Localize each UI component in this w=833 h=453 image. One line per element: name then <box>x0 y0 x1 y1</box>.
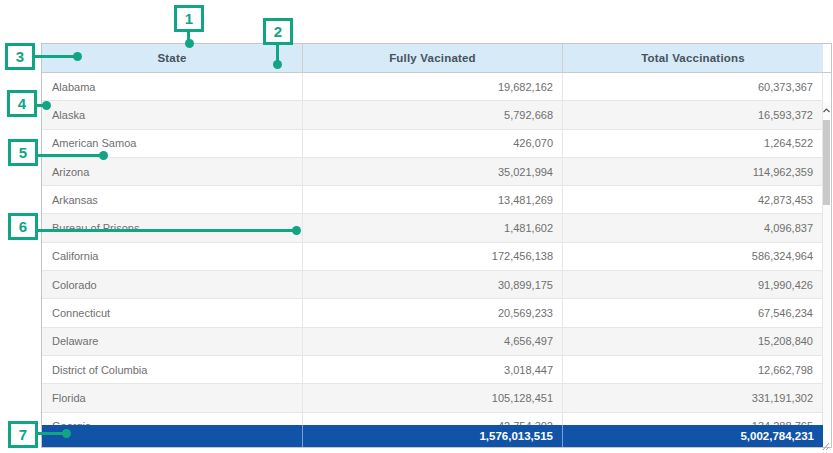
state-cell: Florida <box>42 384 303 411</box>
fully-vacinated-cell: 1,481,602 <box>303 214 563 241</box>
total-vaccinations-cell: 586,324,964 <box>563 243 823 270</box>
table-row[interactable]: Arizona 35,021,994 114,962,359 <box>42 158 823 186</box>
totals-total-vaccinations: 5,002,784,231 <box>563 425 823 447</box>
state-cell: American Samoa <box>42 130 303 157</box>
fully-vacinated-cell: 42,754,302 <box>303 413 563 425</box>
table-row[interactable]: California 172,456,138 586,324,964 <box>42 243 823 271</box>
table-row[interactable]: Alabama 19,682,162 60,373,367 <box>42 73 823 101</box>
callout-number: 4 <box>18 95 26 112</box>
table-row[interactable]: Georgia 42,754,302 134,288,765 <box>42 413 823 425</box>
total-vaccinations-cell: 42,873,453 <box>563 186 823 213</box>
callout-number: 6 <box>19 218 27 235</box>
total-vaccinations-cell: 67,546,234 <box>563 299 823 326</box>
fully-vacinated-cell: 20,569,233 <box>303 299 563 326</box>
total-vaccinations-cell: 91,990,426 <box>563 271 823 298</box>
total-vaccinations-cell: 134,288,765 <box>563 413 823 425</box>
total-vaccinations-cell: 16,593,372 <box>563 101 823 128</box>
fully-vacinated-cell: 105,128,451 <box>303 384 563 411</box>
table-row[interactable]: Arkansas 13,481,269 42,873,453 <box>42 186 823 214</box>
callout-number: 1 <box>185 10 193 27</box>
column-header-state[interactable]: State <box>42 44 303 72</box>
state-cell: Connecticut <box>42 299 303 326</box>
callout-number: 5 <box>19 144 27 161</box>
resize-grip-icon[interactable] <box>822 437 830 446</box>
callout-1-line <box>187 31 190 41</box>
table-row[interactable]: Colorado 30,899,175 91,990,426 <box>42 271 823 299</box>
state-cell: Bureau of Prisons <box>42 214 303 241</box>
table-row[interactable]: Connecticut 20,569,233 67,546,234 <box>42 299 823 327</box>
table-row[interactable]: Bureau of Prisons 1,481,602 4,096,837 <box>42 214 823 242</box>
state-cell: District of Columbia <box>42 356 303 383</box>
callout-4: 4 <box>7 90 37 117</box>
total-vaccinations-cell: 12,662,798 <box>563 356 823 383</box>
fully-vacinated-cell: 30,899,175 <box>303 271 563 298</box>
fully-vacinated-cell: 3,018,447 <box>303 356 563 383</box>
callout-3: 3 <box>5 43 35 70</box>
total-vaccinations-cell: 331,191,302 <box>563 384 823 411</box>
total-vaccinations-cell: 60,373,367 <box>563 73 823 100</box>
header-scrollbar-spacer <box>823 44 831 72</box>
fully-vacinated-cell: 172,456,138 <box>303 243 563 270</box>
vertical-scrollbar[interactable] <box>822 102 830 425</box>
table-row[interactable]: Delaware 4,656,497 15,208,840 <box>42 328 823 356</box>
state-cell: Arizona <box>42 158 303 185</box>
state-cell: Colorado <box>42 271 303 298</box>
totals-row: 1,576,013,515 5,002,784,231 <box>42 425 823 447</box>
callout-number: 3 <box>16 48 24 65</box>
table-body: Alabama 19,682,162 60,373,367 Alaska 5,7… <box>42 73 831 425</box>
table-header-row: State Fully Vacinated Total Vaccinations <box>42 44 831 73</box>
callout-5: 5 <box>8 139 38 166</box>
fully-vacinated-cell: 13,481,269 <box>303 186 563 213</box>
state-cell: Alabama <box>42 73 303 100</box>
total-vaccinations-cell: 114,962,359 <box>563 158 823 185</box>
callout-number: 7 <box>19 426 27 443</box>
fully-vacinated-cell: 35,021,994 <box>303 158 563 185</box>
fully-vacinated-cell: 19,682,162 <box>303 73 563 100</box>
total-vaccinations-cell: 15,208,840 <box>563 328 823 355</box>
callout-1: 1 <box>174 5 204 32</box>
callout-2: 2 <box>263 18 293 45</box>
callout-7: 7 <box>8 421 38 448</box>
state-cell: Delaware <box>42 328 303 355</box>
state-cell: Alaska <box>42 101 303 128</box>
fully-vacinated-cell: 426,070 <box>303 130 563 157</box>
vaccinations-table: State Fully Vacinated Total Vaccinations… <box>41 43 832 448</box>
callout-6: 6 <box>8 213 38 240</box>
chevron-up-icon[interactable] <box>823 104 830 116</box>
total-vaccinations-cell: 1,264,522 <box>563 130 823 157</box>
callout-number: 2 <box>274 23 282 40</box>
state-cell: Georgia <box>42 413 303 425</box>
totals-state-cell <box>42 425 303 447</box>
column-header-total-vaccinations[interactable]: Total Vaccinations <box>563 44 823 72</box>
table-row[interactable]: District of Columbia 3,018,447 12,662,79… <box>42 356 823 384</box>
table-row[interactable]: Florida 105,128,451 331,191,302 <box>42 384 823 412</box>
fully-vacinated-cell: 5,792,668 <box>303 101 563 128</box>
column-header-fully-vacinated[interactable]: Fully Vacinated <box>303 44 563 72</box>
state-cell: California <box>42 243 303 270</box>
state-cell: Arkansas <box>42 186 303 213</box>
fully-vacinated-cell: 4,656,497 <box>303 328 563 355</box>
table-row[interactable]: Alaska 5,792,668 16,593,372 <box>42 101 823 129</box>
totals-fully-vacinated: 1,576,013,515 <box>303 425 563 447</box>
scrollbar-thumb[interactable] <box>823 120 830 205</box>
total-vaccinations-cell: 4,096,837 <box>563 214 823 241</box>
table-row[interactable]: American Samoa 426,070 1,264,522 <box>42 130 823 158</box>
